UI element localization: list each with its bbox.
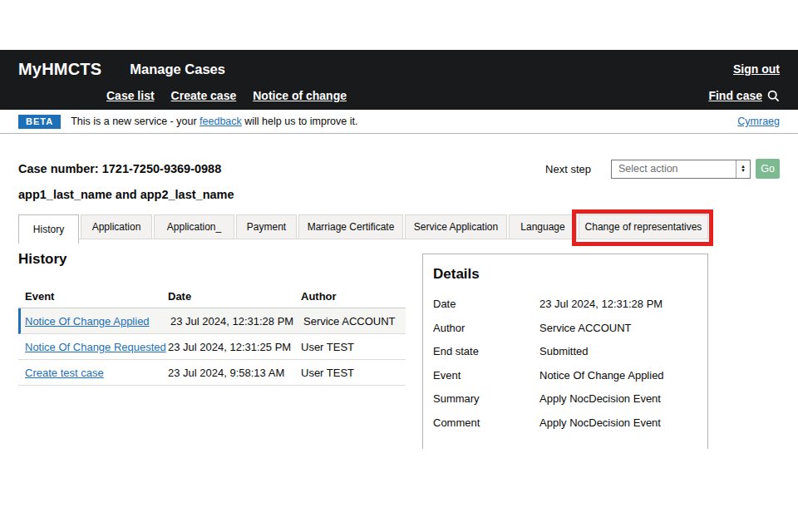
event-link[interactable]: Notice Of Change Requested bbox=[25, 341, 166, 353]
spinner-down-arrow: ▼ bbox=[741, 169, 746, 173]
tab-payment[interactable]: Payment bbox=[236, 214, 297, 239]
masthead-nav-row: Case list Create case Notice of change F… bbox=[106, 86, 780, 105]
detail-row: Author Service ACCOUNT bbox=[433, 322, 697, 334]
brand-logo: MyHMCTS bbox=[18, 60, 101, 79]
find-case-link[interactable]: Find case bbox=[708, 89, 762, 102]
primary-nav: Case list Create case Notice of change bbox=[106, 89, 347, 102]
detail-value: Apply NocDecision Event bbox=[539, 392, 661, 405]
nav-notice-of-change[interactable]: Notice of change bbox=[253, 89, 347, 102]
details-rows: Date 23 Jul 2024, 12:31:28 PM Author Ser… bbox=[433, 298, 697, 429]
column-header-author: Author bbox=[301, 290, 399, 303]
event-date: 23 Jul 2024, 9:58:13 AM bbox=[168, 367, 301, 379]
tab-application[interactable]: Application bbox=[81, 214, 152, 239]
history-table-header: Event Date Author bbox=[18, 284, 406, 308]
page: MyHMCTS Manage Cases Sign out Case list … bbox=[0, 0, 798, 532]
detail-label: Summary bbox=[433, 392, 539, 405]
case-header-row: Case number: 1721-7250-9369-0988 Next st… bbox=[18, 158, 780, 180]
case-title: app1_last_name and app2_last_name bbox=[18, 188, 234, 201]
detail-value: 23 Jul 2024, 12:31:28 PM bbox=[539, 298, 663, 310]
detail-row: End state Submitted bbox=[433, 345, 697, 357]
next-step-group: Next step Select action ▲▼ Go bbox=[545, 159, 780, 179]
detail-row: Summary Apply NocDecision Event bbox=[433, 392, 697, 405]
history-heading: History bbox=[18, 251, 406, 268]
history-table: Event Date Author Notice Of Change Appli… bbox=[18, 284, 406, 386]
next-step-select-value: Select action bbox=[612, 163, 736, 175]
event-date: 23 Jul 2024, 12:31:28 PM bbox=[170, 315, 303, 328]
history-section: History Event Date Author Notice Of Chan… bbox=[18, 251, 406, 386]
language-toggle-link[interactable]: Cymraeg bbox=[737, 116, 780, 127]
detail-label: Date bbox=[433, 298, 539, 310]
tab-language[interactable]: Language bbox=[509, 214, 577, 239]
select-spinner-icon[interactable]: ▲▼ bbox=[736, 160, 750, 178]
detail-label: End state bbox=[433, 345, 539, 357]
table-row[interactable]: Notice Of Change Requested 23 Jul 2024, … bbox=[18, 334, 406, 360]
nav-case-list[interactable]: Case list bbox=[106, 89, 155, 102]
detail-row: Date 23 Jul 2024, 12:31:28 PM bbox=[433, 298, 697, 310]
table-row[interactable]: Notice Of Change Applied 23 Jul 2024, 12… bbox=[18, 308, 406, 334]
sign-out-link[interactable]: Sign out bbox=[733, 62, 780, 76]
beta-text: This is a new service - your feedback wi… bbox=[71, 116, 357, 127]
event-author: Service ACCOUNT bbox=[303, 315, 401, 328]
next-step-select[interactable]: Select action ▲▼ bbox=[611, 160, 751, 179]
column-header-date: Date bbox=[168, 290, 301, 303]
detail-value: Service ACCOUNT bbox=[539, 322, 632, 334]
tab-application-2[interactable]: Application_ bbox=[154, 214, 234, 239]
detail-row: Comment Apply NocDecision Event bbox=[433, 416, 697, 429]
column-header-event: Event bbox=[18, 290, 168, 303]
nav-create-case[interactable]: Create case bbox=[171, 89, 237, 102]
tab-change-of-representatives[interactable]: Change of representatives bbox=[579, 214, 708, 239]
event-link[interactable]: Create test case bbox=[25, 367, 104, 379]
detail-label: Author bbox=[433, 322, 539, 334]
detail-value: Apply NocDecision Event bbox=[539, 416, 661, 429]
masthead: MyHMCTS Manage Cases Sign out Case list … bbox=[0, 50, 798, 110]
detail-value: Notice Of Change Applied bbox=[539, 369, 664, 382]
tab-history[interactable]: History bbox=[18, 214, 79, 244]
case-number: Case number: 1721-7250-9369-0988 bbox=[18, 162, 221, 175]
table-row[interactable]: Create test case 23 Jul 2024, 9:58:13 AM… bbox=[18, 360, 406, 386]
masthead-top-row: MyHMCTS Manage Cases Sign out bbox=[18, 58, 780, 80]
details-panel: Details Date 23 Jul 2024, 12:31:28 PM Au… bbox=[422, 254, 708, 449]
event-link[interactable]: Notice Of Change Applied bbox=[25, 315, 150, 328]
tab-baseline-divider bbox=[79, 239, 713, 239]
feedback-link[interactable]: feedback bbox=[200, 116, 242, 127]
go-button[interactable]: Go bbox=[756, 159, 780, 179]
detail-label: Event bbox=[433, 369, 539, 382]
tab-service-application[interactable]: Service Application bbox=[405, 214, 507, 239]
beta-text-after: will help us to improve it. bbox=[242, 116, 358, 127]
event-author: User TEST bbox=[301, 341, 399, 353]
beta-text-before: This is a new service - your bbox=[71, 116, 200, 127]
app-title: Manage Cases bbox=[130, 62, 225, 77]
event-author: User TEST bbox=[301, 367, 399, 379]
detail-row: Event Notice Of Change Applied bbox=[433, 369, 697, 382]
search-icon[interactable] bbox=[767, 90, 780, 102]
next-step-label: Next step bbox=[545, 163, 591, 175]
beta-banner: BETA This is a new service - your feedba… bbox=[0, 110, 798, 134]
detail-value: Submitted bbox=[539, 345, 589, 357]
event-date: 23 Jul 2024, 12:31:25 PM bbox=[168, 341, 301, 353]
tab-marriage-certificate[interactable]: Marriage Certificate bbox=[298, 214, 403, 239]
beta-badge: BETA bbox=[18, 115, 61, 129]
detail-label: Comment bbox=[433, 416, 539, 429]
find-case-group: Find case bbox=[708, 89, 780, 102]
details-heading: Details bbox=[433, 266, 697, 283]
